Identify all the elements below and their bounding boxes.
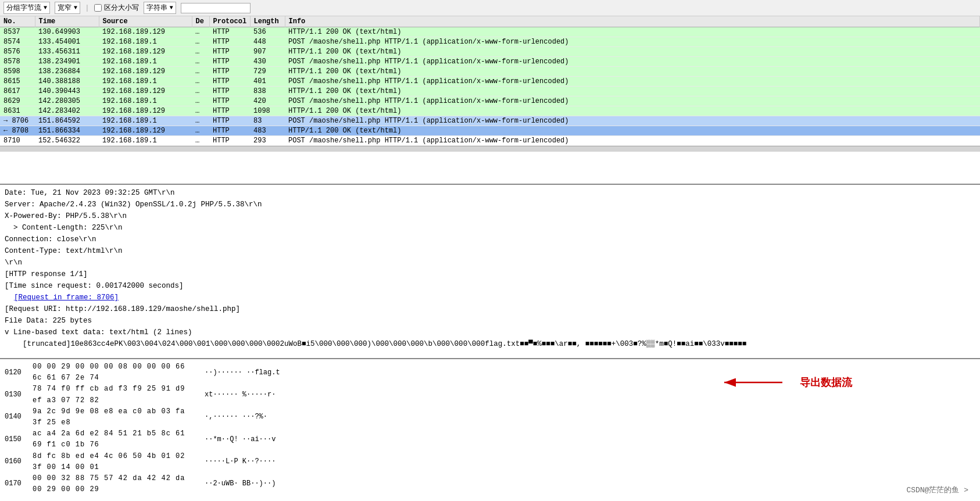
hex-ascii: ··*m··Q! ··ai···v	[195, 434, 276, 445]
detail-line: Server: Apache/2.4.23 (Win32) OpenSSL/1.…	[5, 199, 975, 210]
hex-bytes: 00 00 32 88 75 57 42 da 42 42 da 00 29 0…	[33, 473, 195, 495]
detail-line: [Request URI: http://192.168.189.129/mao…	[5, 303, 975, 315]
cell-no: 8574	[0, 37, 35, 47]
detail-line: [Time since request: 0.001742000 seconds…	[5, 280, 975, 292]
table-row[interactable]: 8537 130.649903 192.168.189.129 … HTTP 5…	[0, 27, 980, 37]
case-sensitive-checkbox-label[interactable]: 区分大小写	[94, 3, 139, 13]
cell-source: 192.168.189.1	[99, 116, 192, 126]
cell-proto: HTTP	[209, 47, 250, 57]
table-row[interactable]: 8615 140.388188 192.168.189.1 … HTTP 401…	[0, 77, 980, 87]
cell-dest: …	[192, 136, 209, 146]
cell-info: HTTP/1.1 200 OK (text/html)	[285, 106, 980, 116]
cell-info: POST /maoshe/shell.php HTTP/1.1 (applica…	[285, 116, 980, 126]
cell-info: HTTP/1.1 200 OK (text/html)	[285, 67, 980, 77]
group-dropdown-arrow: ▼	[44, 5, 47, 11]
table-row[interactable]: 8617 140.390443 192.168.189.129 … HTTP 8…	[0, 87, 980, 96]
hex-offset: 0150	[5, 434, 33, 445]
detail-line: Date: Tue, 21 Nov 2023 09:32:25 GMT\r\n	[5, 187, 975, 199]
hex-ascii: xt······ %·····r·	[195, 389, 276, 400]
hex-offset: 0170	[5, 478, 33, 489]
cell-info: HTTP/1.1 200 OK (text/html)	[285, 87, 980, 96]
cell-time: 151.866334	[35, 126, 99, 136]
packet-rows: 8537 130.649903 192.168.189.129 … HTTP 5…	[0, 27, 980, 146]
cell-proto: HTTP	[209, 126, 250, 136]
cell-dest: …	[192, 37, 209, 47]
annotation-text: 导出数据流	[800, 375, 852, 389]
cell-source: 192.168.189.1	[99, 136, 192, 146]
hex-ascii: ·····L·P K··?····	[195, 456, 276, 467]
cell-dest: …	[192, 77, 209, 87]
cell-time: 152.546322	[35, 136, 99, 146]
table-row[interactable]: 8576 133.456311 192.168.189.129 … HTTP 9…	[0, 47, 980, 57]
cell-dest: …	[192, 106, 209, 116]
cell-info: HTTP/1.1 200 OK (text/html)	[285, 126, 980, 136]
col-header-dest: De	[192, 16, 209, 27]
width-dropdown[interactable]: 宽窄 ▼	[55, 2, 80, 14]
cell-proto: HTTP	[209, 27, 250, 37]
cell-time: 130.649903	[35, 27, 99, 37]
cell-source: 192.168.189.1	[99, 57, 192, 67]
cell-len: 401	[250, 77, 285, 87]
hex-row: 0160 8d fc 8b ed e4 4c 06 50 4b 01 02 3f…	[5, 451, 975, 473]
filter-input[interactable]: flag	[181, 3, 251, 13]
hex-bytes: 78 74 f0 ff cb ad f3 f9 25 91 d9 ef a3 0…	[33, 384, 195, 406]
detail-line: Content-Type: text/html\r\n	[5, 245, 975, 257]
col-header-no: No.	[0, 16, 35, 27]
detail-line: [truncated]10e863cc4ePK\003\004\024\000\…	[5, 338, 975, 350]
type-dropdown-label: 字符串	[146, 3, 167, 13]
hex-offset: 0160	[5, 456, 33, 467]
cell-time: 140.390443	[35, 87, 99, 96]
table-row[interactable]: 8629 142.280305 192.168.189.1 … HTTP 420…	[0, 96, 980, 106]
cell-no: ← 8708	[0, 126, 35, 136]
cell-source: 192.168.189.1	[99, 77, 192, 87]
cell-no: 8598	[0, 67, 35, 77]
case-sensitive-checkbox[interactable]	[94, 4, 102, 12]
cell-len: 907	[250, 47, 285, 57]
cell-no: 8576	[0, 47, 35, 57]
table-row[interactable]: 8574 133.454001 192.168.189.1 … HTTP 448…	[0, 37, 980, 47]
cell-proto: HTTP	[209, 57, 250, 67]
table-row[interactable]: ← 8708 151.866334 192.168.189.129 … HTTP…	[0, 126, 980, 136]
cell-no: 8537	[0, 27, 35, 37]
cell-proto: HTTP	[209, 96, 250, 106]
cell-len: 838	[250, 87, 285, 96]
cell-dest: …	[192, 87, 209, 96]
cell-info: POST /maoshe/shell.php HTTP/1.1 (applica…	[285, 37, 980, 47]
cell-time: 138.234901	[35, 57, 99, 67]
type-dropdown[interactable]: 字符串 ▼	[144, 2, 176, 14]
hex-ascii: ··)······ ··flag.t	[195, 367, 280, 378]
cell-len: 483	[250, 126, 285, 136]
case-sensitive-label: 区分大小写	[104, 3, 139, 13]
group-dropdown-label: 分组字节流	[6, 3, 41, 13]
hex-offset: 0130	[5, 389, 33, 400]
cell-source: 192.168.189.129	[99, 27, 192, 37]
hex-pane[interactable]: 0120 00 00 29 00 00 00 08 00 00 00 66 6c…	[0, 359, 980, 501]
cell-dest: …	[192, 116, 209, 126]
table-row[interactable]: → 8706 151.864592 192.168.189.1 … HTTP 8…	[0, 116, 980, 126]
cell-proto: HTTP	[209, 106, 250, 116]
cell-no: 8578	[0, 57, 35, 67]
cell-info: HTTP/1.1 200 OK (text/html)	[285, 27, 980, 37]
cell-len: 293	[250, 136, 285, 146]
cell-info: HTTP/1.1 200 OK (text/html)	[285, 47, 980, 57]
table-row[interactable]: 8631 142.283402 192.168.189.129 … HTTP 1…	[0, 106, 980, 116]
toolbar: 分组字节流 ▼ 宽窄 ▼ | 区分大小写 字符串 ▼ flag	[0, 0, 980, 16]
cell-no: → 8706	[0, 116, 35, 126]
hex-bytes: 9a 2c 9d 9e 08 e8 ea c0 ab 03 fa 3f 25 e…	[33, 406, 195, 428]
group-dropdown[interactable]: 分组字节流 ▼	[3, 2, 50, 14]
watermark-text: CSDN@茫茫的鱼 >	[906, 486, 968, 495]
col-header-source: Source	[99, 16, 192, 27]
cell-source: 192.168.189.129	[99, 106, 192, 116]
table-row[interactable]: 8598 138.236884 192.168.189.129 … HTTP 7…	[0, 67, 980, 77]
cell-time: 140.388188	[35, 77, 99, 87]
table-row[interactable]: 8710 152.546322 192.168.189.1 … HTTP 293…	[0, 136, 980, 146]
detail-pane[interactable]: Date: Tue, 21 Nov 2023 09:32:25 GMT\r\nS…	[0, 185, 980, 359]
table-header: No. Time Source De Protocol Length Info	[0, 16, 980, 27]
cell-no: 8629	[0, 96, 35, 106]
cell-dest: …	[192, 67, 209, 77]
table-row[interactable]: 8578 138.234901 192.168.189.1 … HTTP 430…	[0, 57, 980, 67]
hex-offset: 0140	[5, 411, 33, 423]
detail-line[interactable]: [Request in frame: 8706]	[5, 292, 975, 303]
horizontal-scrollbar[interactable]	[0, 146, 980, 152]
packet-list: No. Time Source De Protocol Length Info …	[0, 16, 980, 185]
